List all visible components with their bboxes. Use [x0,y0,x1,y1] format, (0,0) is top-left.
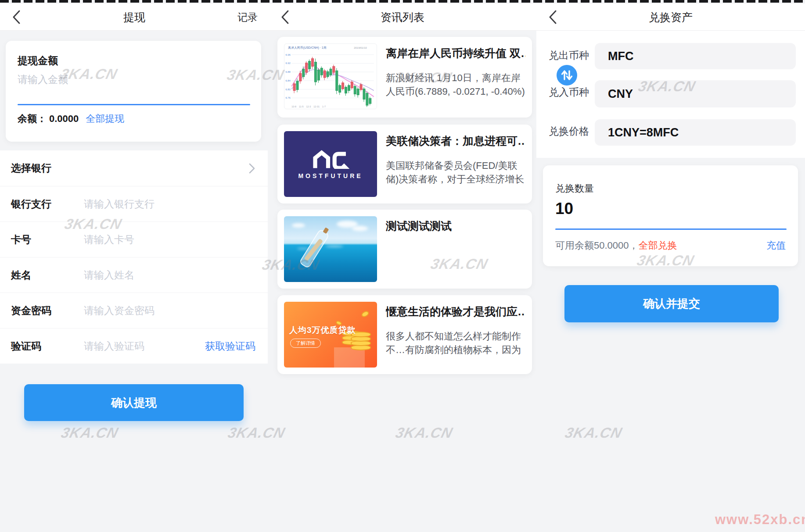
exchange-rate: 1CNY=8MFC [608,126,679,139]
screenshot-canvas: 提现 记录 资讯列表 兑换资产 提现金额 余额： 0.0000 全部提现 [0,0,805,532]
card-number-input[interactable] [84,234,255,246]
card-number-row: 卡号 [0,221,268,257]
from-currency-label: 兑出币种 [549,49,589,62]
news-description: 新浪财经讯 1月10日，离岸在岸人民币(6.7889, -0.0271, -0.… [386,71,525,98]
fund-password-input[interactable] [84,305,255,317]
exchange-all-link[interactable]: 全部兑换 [639,239,677,252]
amount-label: 提现金额 [18,54,58,68]
withdraw-screen: 提现金额 余额： 0.0000 全部提现 选择银行 银行支行 卡号 [0,31,269,532]
svg-text:离岸人民币(USD/CNH) · 1周: 离岸人民币(USD/CNH) · 1周 [288,46,326,50]
news-item[interactable]: 离岸人民币(USD/CNH) · 1周 2019/01/10 6.966.926… [277,37,532,118]
get-code-link[interactable]: 获取验证码 [205,339,255,353]
name-row: 姓名 [0,257,268,293]
news-item[interactable]: MOSTFUTURE 美联储决策者：加息进程可… 美国联邦储备委员会(FED/美… [277,125,532,204]
verification-code-row: 验证码 获取验证码 [0,328,268,364]
svg-text:2019/01/10: 2019/01/10 [354,46,367,49]
svg-text:6.96: 6.96 [285,54,291,56]
row-label: 银行支行 [11,197,84,211]
chevron-right-icon [248,163,255,174]
back-icon[interactable] [11,10,21,25]
from-currency-code: MFC [608,50,633,63]
withdraw-all-link[interactable]: 全部提现 [86,112,124,125]
exchange-quantity-label: 兑换数量 [555,182,594,195]
news-title: 测试测试测试 [386,219,525,233]
svg-text:6.88: 6.88 [285,71,291,73]
svg-text:6.92: 6.92 [285,62,291,64]
bank-branch-input[interactable] [84,198,255,210]
to-currency-code: CNY [608,87,633,101]
row-label: 资金密码 [11,304,84,318]
news-title: 美联储决策者：加息进程可… [386,134,525,148]
mostfuture-logo: MOSTFUTURE [284,131,377,197]
bank-branch-row: 银行支行 [0,186,268,221]
withdraw-form: 选择银行 银行支行 卡号 姓名 资金密码 验证码 [0,150,268,364]
news-description: 美国联邦储备委员会(FED/美联储)决策者称，对于全球经济增长放缓及… [386,159,525,186]
news-title: 离岸在岸人民币持续升值 双… [386,46,525,61]
mostfuture-logo-text: MOSTFUTURE [298,172,363,179]
back-icon[interactable] [280,10,290,25]
page-title: 兑换资产 [649,10,693,25]
news-thumbnail-candlestick-chart: 离岸人民币(USD/CNH) · 1周 2019/01/10 6.966.926… [284,43,377,109]
confirm-withdraw-button[interactable]: 确认提现 [24,384,244,421]
loan-ad-button: 了解详情 [290,339,321,348]
bank-select-row[interactable]: 选择银行 [0,150,268,186]
news-description: 很多人都不知道怎么样才能制作不…有防腐剂的植物标本，因为没有防… [386,329,525,357]
header-band: 提现 记录 资讯列表 兑换资产 [0,4,805,31]
exchange-header: 兑换资产 [536,4,805,31]
news-screen: 离岸人民币(USD/CNH) · 1周 2019/01/10 6.966.926… [269,31,536,532]
exchange-price-value: 1CNY=8MFC [595,119,796,146]
svg-text:6.80: 6.80 [285,88,291,91]
news-header: 资讯列表 [269,4,536,31]
swap-icon[interactable] [557,65,577,86]
row-label: 验证码 [11,339,84,353]
row-label: 姓名 [11,268,84,282]
verification-code-input[interactable] [84,340,205,352]
balance-value: 0.0000 [49,113,79,125]
loan-ad-headline: 人均3万优质贷款 [289,325,356,336]
exchange-amount-card: 兑换数量 可用余额50.0000， 全部兑换 充值 [543,165,798,266]
records-link[interactable]: 记录 [237,11,258,24]
to-currency-label: 兑入币种 [549,86,589,99]
news-thumbnail-loan-ad: 人均3万优质贷款 了解详情 [284,302,377,368]
top-dashed-border [0,0,805,3]
news-thumbnail-ocean-bottle [284,216,377,282]
back-icon[interactable] [548,10,557,25]
exchange-pair-section: 兑出币种 MFC 兑入币种 CNY 兑换价格 1CNY=8MFC [536,31,805,158]
svg-text:6.76: 6.76 [285,96,291,99]
from-currency-value[interactable]: MFC [595,43,796,69]
exchange-quantity-input[interactable] [555,198,775,220]
recharge-link[interactable]: 充值 [766,239,786,252]
balance-label: 余额： [18,112,47,125]
fund-password-row: 资金密码 [0,293,268,328]
to-currency-value[interactable]: CNY [595,80,796,107]
exchange-price-label: 兑换价格 [549,125,589,138]
confirm-submit-button[interactable]: 确认并提交 [564,285,779,322]
withdraw-header: 提现 记录 [0,4,269,31]
svg-text:6.84: 6.84 [285,79,291,82]
news-item[interactable]: 人均3万优质贷款 了解详情 惬意生活的体验才是我们应… 很多人都不知道怎么样才能… [277,295,532,374]
row-label: 选择银行 [11,161,84,175]
withdraw-amount-card: 提现金额 余额： 0.0000 全部提现 [6,41,261,142]
row-label: 卡号 [11,233,84,246]
amount-input[interactable] [18,70,246,89]
news-title: 惬意生活的体验才是我们应… [386,304,525,319]
available-balance-text: 可用余额50.0000， [555,239,639,252]
svg-text:10-8 11-5 12-3 12-31: 10-8 11-5 12-3 12-31 1-7 [291,105,326,108]
name-input[interactable] [84,269,255,281]
input-underline [555,229,787,230]
page-title: 提现 [123,10,145,25]
exchange-screen: 兑出币种 MFC 兑入币种 CNY 兑换价格 1CNY=8MFC 兑换数量 [536,31,805,532]
news-item[interactable]: 测试测试测试 [277,210,532,289]
input-underline [18,104,250,105]
page-title: 资讯列表 [381,10,424,25]
